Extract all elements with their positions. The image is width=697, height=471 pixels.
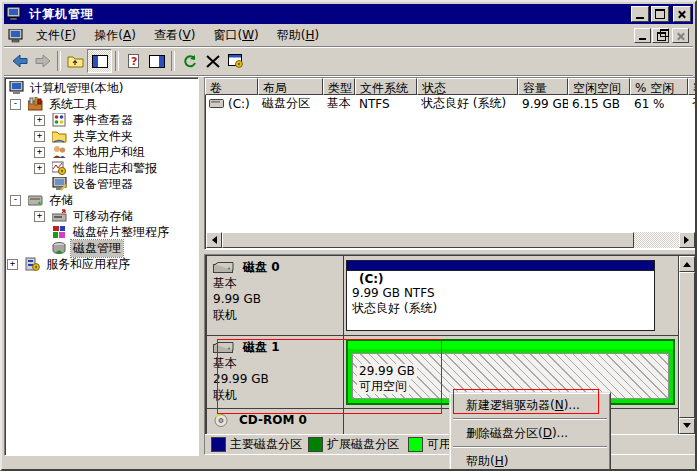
context-help-icon[interactable]: ? <box>122 50 145 72</box>
menu-bar: 文件(F) 操作(A) 查看(V) 窗口(W) 帮助(H) <box>4 25 693 47</box>
disk-management-icon <box>52 241 67 255</box>
tree-item-disk-defragmenter[interactable]: 磁盘碎片整理程序 <box>5 224 198 240</box>
minimize-button[interactable] <box>631 6 649 22</box>
menu-help[interactable]: 帮助(H) <box>268 25 328 46</box>
collapse-icon[interactable]: - <box>10 99 21 110</box>
scroll-right-icon[interactable] <box>679 232 695 248</box>
column-header-fault-tolerance[interactable]: 容 <box>688 78 697 95</box>
column-header-status[interactable]: 状态 <box>417 78 518 95</box>
legend-label: 主要磁盘分区 <box>230 436 302 453</box>
menu-file[interactable]: 文件(F) <box>27 25 85 46</box>
tree-item-disk-management[interactable]: 磁盘管理 <box>5 240 198 256</box>
refresh-icon[interactable] <box>178 50 201 72</box>
mdi-close-button[interactable] <box>672 28 689 43</box>
up-one-level-icon[interactable] <box>64 50 87 72</box>
volume-capacity: 9.99 GB <box>518 97 568 111</box>
delete-icon[interactable] <box>201 50 224 72</box>
tree-item-device-manager[interactable]: 设备管理器 <box>5 176 198 192</box>
computer-management-window: 计算机管理 文件(F) 操作(A) 查看(V) 窗口(W) 帮助(H) <box>0 0 697 471</box>
tree-item-removable-storage[interactable]: + 可移动存储 <box>5 208 198 224</box>
scrollbar-thumb[interactable] <box>222 232 634 248</box>
expand-icon[interactable]: + <box>34 147 45 158</box>
tree-item-shared-folders[interactable]: + 共享文件夹 <box>5 128 198 144</box>
disk1-info[interactable]: 磁盘 1 基本 29.99 GB 联机 <box>207 336 344 408</box>
back-icon[interactable] <box>8 50 31 72</box>
toolbar: ? <box>4 47 693 76</box>
cdrom-icon <box>213 414 231 427</box>
scroll-down-icon[interactable] <box>679 418 695 434</box>
column-header-percent-free[interactable]: % 空闲 <box>630 78 688 95</box>
column-header-layout[interactable]: 布局 <box>258 78 323 95</box>
mdi-minimize-button[interactable] <box>634 28 651 43</box>
menu-item-delete-partition[interactable]: 删除磁盘分区(D)... <box>452 423 608 443</box>
event-viewer-icon <box>52 113 67 127</box>
toolbar-separator <box>57 51 61 71</box>
console-settings-icon[interactable] <box>224 50 247 72</box>
menu-item-help[interactable]: 帮助(H) <box>452 451 608 471</box>
disk-name: 磁盘 0 <box>243 259 280 275</box>
tree-item-performance-logs[interactable]: + 性能日志和警报 <box>5 160 198 176</box>
scroll-left-icon[interactable] <box>206 232 222 248</box>
tree-item-label: 事件查看器 <box>71 112 135 129</box>
free-space-label: 可用空间 <box>357 379 409 394</box>
expand-icon[interactable]: + <box>7 259 18 270</box>
expand-icon[interactable]: + <box>34 131 45 142</box>
disk0-bar-area: (C:) 9.99 GB NTFS 状态良好 (系统) <box>344 256 678 335</box>
partition-c[interactable]: (C:) 9.99 GB NTFS 状态良好 (系统) <box>346 260 655 331</box>
expand-icon[interactable]: + <box>34 211 45 222</box>
show-hide-console-tree-icon[interactable] <box>87 49 112 73</box>
svg-text:?: ? <box>131 55 137 68</box>
services-applications-icon <box>25 257 40 271</box>
legend-color-swatch <box>211 437 226 452</box>
menu-window[interactable]: 窗口(W) <box>204 25 267 46</box>
menu-item-new-logical-drive[interactable]: 新建逻辑驱动器(N)... <box>452 395 608 415</box>
column-header-volume[interactable]: 卷 <box>205 78 258 95</box>
mdi-window-icon <box>8 29 23 43</box>
close-button[interactable] <box>673 6 691 22</box>
device-manager-icon <box>52 177 67 191</box>
menu-action[interactable]: 操作(A) <box>85 25 145 46</box>
show-hide-action-pane-icon[interactable] <box>145 50 168 72</box>
volume-row-c[interactable]: (C:) 磁盘分区 基本 NTFS 状态良好 (系统) 9.99 GB 6.15… <box>205 95 696 112</box>
column-header-capacity[interactable]: 容量 <box>518 78 568 95</box>
local-users-groups-icon <box>52 145 67 159</box>
tree-item-label: 设备管理器 <box>71 176 135 193</box>
tree-item-local-users-groups[interactable]: + 本地用户和组 <box>5 144 198 160</box>
scroll-up-icon[interactable] <box>679 256 695 272</box>
tree-item-label: 服务和应用程序 <box>44 256 132 273</box>
menu-separator <box>453 446 607 448</box>
volume-layout: 磁盘分区 <box>258 95 323 112</box>
tree-item-services-applications[interactable]: + 服务和应用程序 <box>5 256 198 272</box>
menu-view[interactable]: 查看(V) <box>145 25 205 46</box>
column-header-free-space[interactable]: 空闲空间 <box>568 78 630 95</box>
disk0-row: 磁盘 0 基本 9.99 GB 联机 (C:) 9.99 GB NTFS 状态良… <box>206 256 679 336</box>
cdrom-info[interactable]: CD-ROM 0 <box>207 409 344 434</box>
partition-size-fs: 9.99 GB NTFS <box>352 286 654 301</box>
collapse-icon[interactable]: - <box>10 195 21 206</box>
horizontal-scrollbar[interactable] <box>206 232 695 248</box>
tree-item-computer-management[interactable]: 计算机管理(本地) <box>5 80 198 96</box>
disk-size: 9.99 GB <box>213 291 339 307</box>
column-header-filesystem[interactable]: 文件系统 <box>355 78 417 95</box>
tree-item-event-viewer[interactable]: + 事件查看器 <box>5 112 198 128</box>
vertical-scrollbar[interactable] <box>679 256 695 434</box>
tree-item-label: 系统工具 <box>47 96 99 113</box>
disk-type: 基本 <box>213 275 339 291</box>
mdi-restore-button[interactable] <box>652 28 669 43</box>
tree-item-storage[interactable]: - 存储 <box>5 192 198 208</box>
toolbar-separator <box>115 51 119 71</box>
disk-name: 磁盘 1 <box>243 339 280 355</box>
disk-defragmenter-icon <box>52 225 67 239</box>
disk0-info[interactable]: 磁盘 0 基本 9.99 GB 联机 <box>207 256 344 335</box>
tree-item-label: 共享文件夹 <box>71 128 135 145</box>
column-header-type[interactable]: 类型 <box>323 78 355 95</box>
maximize-button[interactable] <box>651 6 669 22</box>
disk-size: 29.99 GB <box>213 371 339 387</box>
expand-icon[interactable]: + <box>34 115 45 126</box>
tree-item-system-tools[interactable]: - 系统工具 <box>5 96 198 112</box>
scrollbar-thumb[interactable] <box>679 272 695 418</box>
disk-name: CD-ROM 0 <box>239 412 307 428</box>
expand-icon[interactable]: + <box>34 163 45 174</box>
volume-percent-free: 61 % <box>630 97 688 111</box>
forward-icon[interactable] <box>31 50 54 72</box>
